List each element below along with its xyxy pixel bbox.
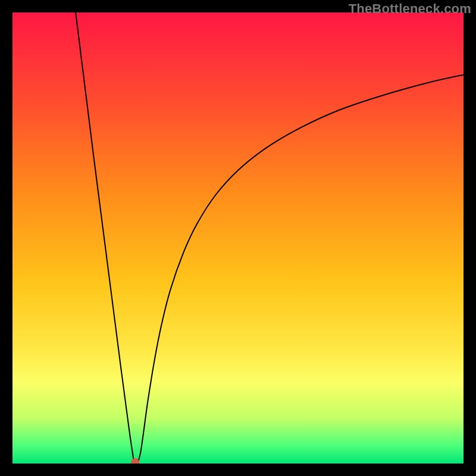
plot-area — [12, 12, 464, 464]
gradient-bg — [12, 12, 464, 464]
chart-canvas: TheBottleneck.com — [0, 0, 476, 476]
watermark-text: TheBottleneck.com — [349, 1, 471, 17]
plot-svg — [12, 12, 464, 464]
